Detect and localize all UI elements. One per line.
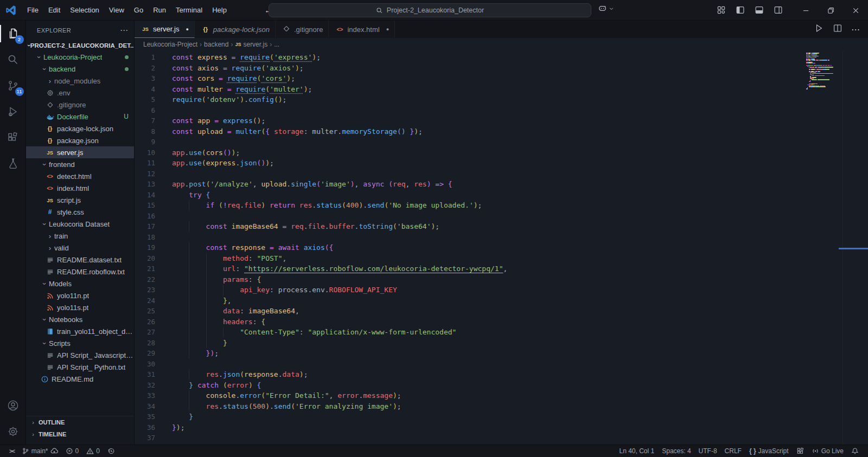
explorer-more-actions[interactable]: ⋯: [120, 25, 129, 35]
minimize-icon[interactable]: [793, 0, 818, 21]
activity-account-icon[interactable]: [0, 392, 26, 419]
close-icon[interactable]: [843, 0, 868, 21]
code-line[interactable]: 24 },: [135, 295, 868, 306]
workspace-root-folder[interactable]: › PROJECT-2_LEAUCOKORIA_DET...: [26, 40, 134, 51]
run-icon[interactable]: [814, 23, 824, 35]
tree-item-package.json[interactable]: {}package.json: [26, 134, 134, 146]
code-line[interactable]: 31 res.json(response.data);: [135, 369, 868, 380]
tree-item-Scripts[interactable]: ›Scripts: [26, 337, 134, 349]
remote-indicator[interactable]: ><: [5, 445, 18, 457]
split-editor-icon[interactable]: [833, 23, 843, 35]
code-line[interactable]: 30: [135, 359, 868, 370]
tree-item-Models[interactable]: ›Models: [26, 278, 134, 289]
menu-selection[interactable]: Selection: [65, 3, 104, 17]
tree-item-backend[interactable]: ›backend: [26, 63, 134, 75]
code-line[interactable]: 11app.use(express.json());: [135, 158, 868, 169]
code-line[interactable]: 35 }: [135, 411, 868, 422]
breadcrumb-item[interactable]: server.js: [243, 41, 267, 48]
activity-debug-icon[interactable]: [0, 99, 26, 125]
code-line[interactable]: 25 data: imageBase64,: [135, 306, 868, 317]
toggle-panel-icon[interactable]: [753, 4, 765, 16]
code-line[interactable]: 20 method: "POST",: [135, 253, 868, 264]
tree-item-script.js[interactable]: JSscript.js: [26, 194, 134, 206]
tree-item-Dockerfile[interactable]: DockerfileU: [26, 111, 134, 123]
toggle-secondary-sidebar-icon[interactable]: [772, 4, 784, 16]
code-line[interactable]: 12: [135, 169, 868, 179]
code-line[interactable]: 2const axios = require('axios');: [135, 63, 868, 74]
code-line[interactable]: 23 api_key: process.env.ROBOFLOW_API_KEY: [135, 285, 868, 295]
code-line[interactable]: 1const express = require('express');: [135, 52, 868, 63]
code-line[interactable]: 3const cors = require('cors');: [135, 73, 868, 84]
code-editor[interactable]: 1const express = require('express');2con…: [135, 51, 868, 445]
code-line[interactable]: 15 if (!req.file) return res.status(400)…: [135, 200, 868, 211]
code-line[interactable]: 10app.use(cors());: [135, 147, 868, 158]
modified-dot-icon[interactable]: ●: [386, 27, 389, 32]
eol[interactable]: CRLF: [721, 445, 745, 457]
tree-item-API Script_ Javascript.txt[interactable]: API Script_ Javascript.txt: [26, 349, 134, 361]
tree-item-train_yolo11_object_det...[interactable]: train_yolo11_object_det...: [26, 325, 134, 337]
history[interactable]: [104, 445, 119, 457]
code-line[interactable]: 32 } catch (error) {: [135, 380, 868, 391]
code-line[interactable]: 37: [135, 433, 868, 443]
minimap[interactable]: [806, 53, 837, 91]
cursor-position[interactable]: Ln 40, Col 1: [615, 445, 658, 457]
code-line[interactable]: 8const upload = multer({ storage: multer…: [135, 126, 868, 137]
tree-item-style.css[interactable]: #style.css: [26, 206, 134, 218]
command-center-search[interactable]: Project-2_Leaucokoria_Detector: [269, 3, 591, 17]
timeline-section[interactable]: ›TIMELINE: [26, 428, 134, 440]
toggle-sidebar-icon[interactable]: [734, 4, 746, 16]
menu-edit[interactable]: Edit: [43, 3, 65, 17]
tree-item-API Script_ Python.txt[interactable]: API Script_ Python.txt: [26, 361, 134, 373]
tree-item-README.md[interactable]: README.md: [26, 373, 134, 385]
tree-item-Leukocoria Dataset[interactable]: ›Leukocoria Dataset: [26, 218, 134, 230]
tree-item-server.js[interactable]: JSserver.js: [26, 146, 134, 158]
code-line[interactable]: 4const multer = require('multer');: [135, 84, 868, 95]
layout-grid-icon[interactable]: [715, 4, 727, 16]
code-line[interactable]: 7const app = express();: [135, 115, 868, 126]
tree-item-README.roboflow.txt[interactable]: README.roboflow.txt: [26, 266, 134, 278]
code-line[interactable]: 22 params: {: [135, 274, 868, 285]
encoding[interactable]: UTF-8: [695, 445, 721, 457]
code-line[interactable]: 9: [135, 137, 868, 147]
restore-icon[interactable]: [818, 0, 843, 21]
code-line[interactable]: 29 });: [135, 348, 868, 359]
git-branch[interactable]: main*: [18, 445, 62, 457]
tree-item-package-lock.json[interactable]: {}package-lock.json: [26, 123, 134, 134]
code-line[interactable]: 36});: [135, 422, 868, 433]
outline-section[interactable]: ›OUTLINE: [26, 416, 134, 428]
activity-source-control-icon[interactable]: 11: [0, 73, 26, 99]
tree-item-frontend[interactable]: ›frontend: [26, 158, 134, 170]
activity-extensions-icon[interactable]: [0, 125, 26, 151]
code-line[interactable]: 16: [135, 211, 868, 222]
code-line[interactable]: 13app.post('/analyze', upload.single('im…: [135, 179, 868, 190]
activity-testing-icon[interactable]: [0, 151, 26, 177]
tree-item-yolo11s.pt[interactable]: yolo11s.pt: [26, 301, 134, 313]
code-line[interactable]: 14 try {: [135, 190, 868, 201]
tree-item-detect.html[interactable]: <>detect.html: [26, 170, 134, 182]
more-actions-icon[interactable]: ⋯: [851, 24, 860, 35]
menu-terminal[interactable]: Terminal: [171, 3, 207, 17]
tab-index.html[interactable]: <>index.html●: [329, 21, 395, 38]
tree-item-Leukocoria-Project[interactable]: ›Leukocoria-Project: [26, 51, 134, 63]
problems-warnings[interactable]: 0: [82, 445, 104, 457]
breadcrumb-item[interactable]: ...: [274, 41, 279, 48]
code-line[interactable]: 18: [135, 232, 868, 243]
modified-dot-icon[interactable]: ●: [186, 27, 188, 32]
tree-item-train[interactable]: ›train: [26, 230, 134, 242]
code-line[interactable]: 27 "Content-Type": "application/x-www-fo…: [135, 327, 868, 338]
language-mode[interactable]: { }JavaScript: [745, 445, 793, 457]
tree-item-.gitignore[interactable]: .gitignore: [26, 99, 134, 111]
tree-item-valid[interactable]: ›valid: [26, 242, 134, 254]
tree-item-.env[interactable]: .env: [26, 87, 134, 99]
menu-help[interactable]: Help: [207, 3, 232, 17]
breadcrumb[interactable]: Leukocoria-Project›backend›JSserver.js›.…: [135, 38, 868, 51]
tab-.gitignore[interactable]: .gitignore: [276, 21, 329, 38]
tab-package-lock.json[interactable]: {}package-lock.json: [195, 21, 276, 38]
tree-item-README.dataset.txt[interactable]: README.dataset.txt: [26, 254, 134, 266]
problems-errors[interactable]: 0: [62, 445, 83, 457]
code-line[interactable]: 19 const response = await axios({: [135, 242, 868, 253]
menu-view[interactable]: View: [104, 3, 129, 17]
tree-item-yolo11n.pt[interactable]: yolo11n.pt: [26, 289, 134, 301]
tree-item-Notebooks[interactable]: ›Notebooks: [26, 313, 134, 325]
tree-item-index.html[interactable]: <>index.html: [26, 182, 134, 194]
